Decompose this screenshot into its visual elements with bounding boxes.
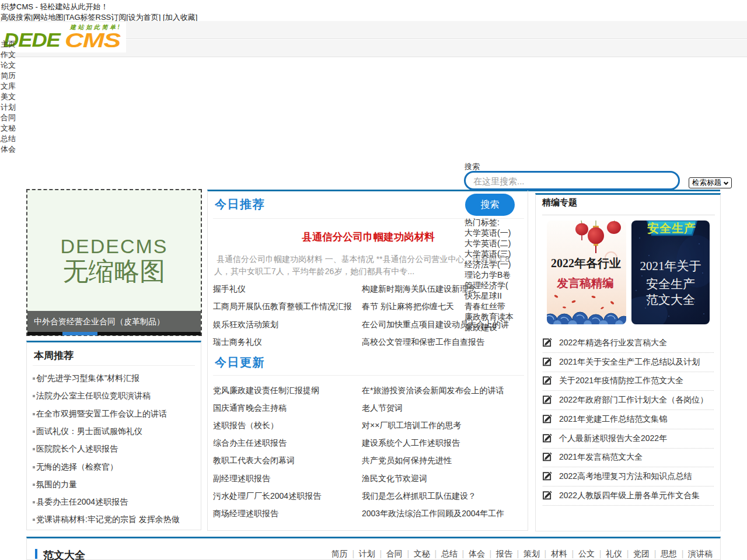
svg-text:2021年关于: 2021年关于: [640, 259, 701, 273]
svg-text:范文大全: 范文大全: [646, 293, 695, 307]
svg-text:CMS: CMS: [65, 29, 121, 51]
svg-text:2022年各行业: 2022年各行业: [551, 257, 621, 270]
svg-text:安全生产: 安全生产: [647, 222, 696, 235]
svg-text:发言稿精编: 发言稿精编: [556, 276, 614, 289]
svg-text:安全生产: 安全生产: [646, 277, 695, 291]
